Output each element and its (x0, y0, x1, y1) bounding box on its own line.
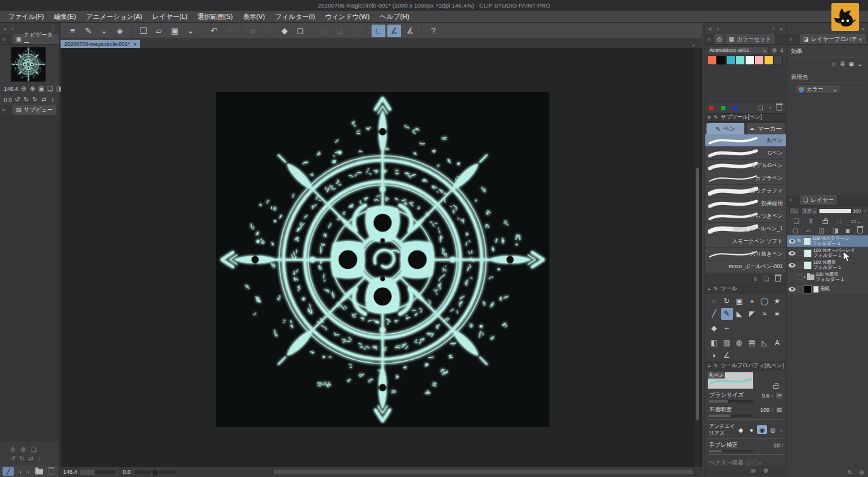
subview-reset-icon[interactable]: ↕ (37, 455, 40, 462)
layer-row[interactable]: 用紙 (787, 283, 868, 295)
open-file-icon[interactable]: ▱ (152, 25, 166, 37)
color-swatch[interactable] (745, 56, 754, 65)
pen-subtool-row[interactable]: ざらつきペン (705, 210, 786, 223)
tone-tool-icon[interactable]: ◍ (734, 337, 746, 349)
layer-checkbox[interactable] (797, 250, 802, 256)
collapse-right-icon[interactable]: « (708, 25, 712, 32)
select-area-icon[interactable]: ◌ (246, 25, 260, 37)
layer-visible-icon[interactable] (789, 239, 795, 244)
layer-visible-icon[interactable] (789, 287, 795, 292)
pen-subtool-row[interactable]: Moco_ボールペン_1 (705, 223, 786, 235)
stabilize-value[interactable]: 10 (773, 442, 780, 449)
zoom-out-icon[interactable]: ⊖ (20, 85, 28, 92)
multi-layer-tool-icon[interactable]: ▤ (746, 337, 758, 349)
history-color-swatch[interactable] (733, 106, 737, 110)
color-swatch[interactable] (754, 56, 764, 65)
document-tab[interactable]: 20200706-magiccircle-001* × (61, 40, 140, 48)
layer-checkbox[interactable] (797, 286, 802, 292)
layer-zoom-icon[interactable]: ⊕ (859, 469, 864, 476)
tab-navigator[interactable]: ▣ナビゲーター (13, 34, 59, 44)
pen-subtool-row[interactable]: 効果線用 (705, 197, 786, 210)
layer-search-icon[interactable]: ↻ (847, 469, 852, 476)
snap-ruler-icon[interactable]: ∟ (372, 25, 385, 37)
new-file-icon[interactable]: ❏ (136, 25, 150, 37)
redo-icon[interactable]: ↷ (223, 25, 237, 37)
tab-pen[interactable]: ✎ペン (707, 123, 745, 134)
eyedropper-tool-icon[interactable]: ╱ (708, 308, 720, 320)
antialias-option[interactable]: ◆ (736, 425, 746, 434)
expand-right-icon[interactable]: » (779, 25, 783, 32)
pen-subtool-row[interactable]: 入り抜きペン (705, 248, 786, 261)
move-tool-icon[interactable]: + (746, 295, 758, 307)
expand-select-icon[interactable]: ◪ (332, 25, 346, 37)
border-effect-icon[interactable]: ○ (831, 60, 836, 68)
layer-visible-icon[interactable] (789, 263, 795, 268)
subview-zoom-in-icon[interactable]: ⊕ (20, 446, 25, 453)
panel-menu-icon[interactable]: ≡ (708, 286, 711, 292)
undo-icon[interactable]: ↶ (207, 25, 221, 37)
effect-dropdown-icon[interactable]: ⌄ (857, 60, 863, 68)
sparkle-tool-icon[interactable]: ∗ (771, 308, 783, 320)
rotate-left-icon[interactable]: ↺ (14, 96, 21, 103)
subview-next-icon[interactable]: › (27, 468, 29, 475)
history-color-swatch[interactable] (721, 106, 725, 110)
import-color-set-icon[interactable]: ⇓ (779, 47, 784, 54)
opacity-value[interactable]: 100 (760, 407, 770, 413)
subview-rotate-right-icon[interactable]: ↻ (19, 455, 24, 462)
rotate-canvas-tool-icon[interactable]: ↻ (721, 295, 733, 307)
empty-swatch[interactable] (773, 56, 783, 65)
menu-item[interactable]: ファイル(F) (4, 11, 48, 23)
delete-layer-icon[interactable] (857, 227, 863, 233)
tab-subview[interactable]: ▤サブビュー (13, 105, 56, 115)
color-swatch[interactable] (736, 56, 745, 65)
replace-color-icon[interactable]: ◔ (768, 105, 771, 111)
stabilize-slider[interactable] (709, 450, 753, 452)
delete-subtool-icon[interactable] (775, 276, 781, 282)
save-dropdown-icon[interactable]: ⌄ (184, 25, 197, 37)
zoom-in-icon[interactable]: ⊕ (29, 85, 37, 92)
tab-marker[interactable]: ✒マーカー (747, 123, 785, 134)
pen-subtool-row[interactable]: 丸ペン (705, 134, 786, 147)
color-swatch[interactable] (764, 56, 773, 65)
reset-view-icon[interactable]: ↕ (49, 96, 57, 103)
text-tool-icon[interactable]: A (771, 337, 783, 349)
subview-eyedropper-button[interactable]: ╱ (3, 467, 14, 476)
subview-prev-icon[interactable]: ‹ (20, 468, 21, 475)
blend-mode-dropdown[interactable]: スク⌄ (801, 207, 818, 215)
reset-tool-property-icon[interactable]: ◎ (751, 468, 756, 474)
tone-effect-icon[interactable]: ※ (840, 60, 845, 68)
expression-color-dropdown[interactable]: カラー⌄ (795, 85, 840, 94)
layer-thumbnail[interactable] (803, 237, 811, 245)
menu-item[interactable]: 選択範囲(S) (193, 11, 237, 23)
layer-thumbnail[interactable] (804, 249, 812, 257)
copy-subtool-icon[interactable]: ❏ (764, 276, 769, 282)
tab-layer-property[interactable]: ◪レイヤープロパティ (800, 34, 866, 44)
menu-item[interactable]: ヘルプ(H) (375, 11, 414, 23)
pen-subtool-row[interactable]: moco_ボールペン-001 (705, 261, 786, 273)
new-raster-layer-icon[interactable]: ▢ (792, 227, 798, 234)
balloon-tool-icon[interactable]: ◗ (708, 350, 720, 362)
snap-grid-icon[interactable]: ∡ (403, 25, 417, 37)
document-canvas[interactable] (216, 92, 549, 427)
brush-size-value[interactable]: 9.6 (761, 392, 770, 399)
expand-folder-icon[interactable]: › (804, 274, 806, 280)
color-swatch[interactable] (717, 56, 726, 65)
lock-transparent-icon[interactable]: ∷ (837, 218, 841, 225)
blend-tool-icon[interactable]: ∽ (721, 322, 733, 334)
operation-tool-icon[interactable]: ▣ (734, 295, 746, 307)
transfer-layer-icon[interactable]: ◫ (819, 227, 824, 234)
subview-rotate-left-icon[interactable]: ↺ (10, 455, 15, 462)
layer-checkbox[interactable] (797, 262, 802, 268)
pen-subtool-row[interactable]: リアルGペン (705, 160, 786, 172)
tab-color-wheel[interactable]: ◎ (714, 34, 724, 44)
import-subtool-icon[interactable]: ⇓ (753, 276, 758, 282)
collapse-far-right-icon[interactable]: « (861, 25, 865, 32)
panel-menu-icon[interactable]: ≡ (708, 363, 711, 369)
help-icon[interactable]: ? (426, 25, 440, 37)
save-file-icon[interactable]: ▣ (168, 25, 182, 37)
tab-color-set[interactable]: ▦カラーセット (725, 34, 775, 44)
crop-icon[interactable]: ◻ (293, 25, 307, 37)
tool-property-settings-icon[interactable]: ⚙ (763, 468, 768, 474)
reference-layer-icon[interactable]: ⊼ (809, 218, 813, 225)
antialias-caret-icon[interactable]: ⌄ (779, 427, 783, 433)
